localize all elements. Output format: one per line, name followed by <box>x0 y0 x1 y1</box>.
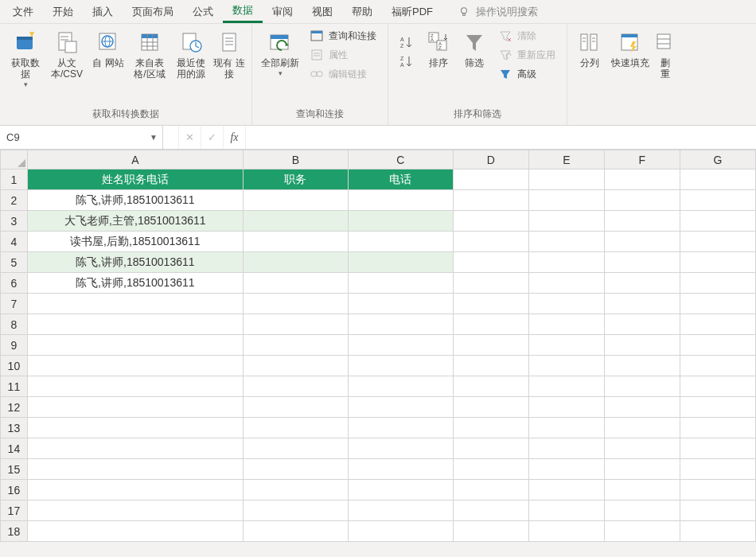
cell[interactable] <box>453 521 528 542</box>
cell[interactable] <box>528 459 604 480</box>
cell[interactable] <box>243 252 348 273</box>
cell[interactable] <box>528 501 604 521</box>
cell[interactable] <box>243 314 348 335</box>
text-to-columns-button[interactable]: 分列 <box>572 27 607 70</box>
row-header[interactable]: 9 <box>1 335 28 356</box>
cell[interactable] <box>604 521 680 542</box>
cell[interactable] <box>680 376 755 397</box>
cell[interactable] <box>680 438 755 459</box>
cell[interactable] <box>27 376 243 397</box>
cell[interactable] <box>27 335 243 356</box>
cell[interactable] <box>453 459 528 480</box>
cell[interactable] <box>453 356 528 376</box>
cell[interactable] <box>27 521 243 542</box>
cell[interactable] <box>528 335 604 356</box>
cell[interactable] <box>243 501 348 521</box>
cell[interactable] <box>528 521 604 542</box>
cell[interactable] <box>680 232 755 252</box>
cell[interactable] <box>528 169 604 190</box>
cell[interactable]: 姓名职务电话 <box>27 169 243 190</box>
cell[interactable] <box>348 314 453 335</box>
menu-home[interactable]: 开始 <box>43 2 83 22</box>
cell[interactable] <box>243 335 348 356</box>
cell[interactable] <box>243 480 348 501</box>
col-header-B[interactable]: B <box>243 150 348 169</box>
col-header-F[interactable]: F <box>604 150 680 169</box>
cell[interactable] <box>528 294 604 314</box>
formula-input[interactable] <box>246 126 756 149</box>
cell[interactable] <box>348 397 453 418</box>
cell[interactable] <box>243 356 348 376</box>
spreadsheet-grid[interactable]: A B C D E F G 1姓名职务电话职务电话2陈飞,讲师,18510013… <box>0 150 756 542</box>
cell[interactable] <box>453 438 528 459</box>
cell[interactable] <box>243 294 348 314</box>
row-header[interactable]: 6 <box>1 273 28 294</box>
cell[interactable] <box>27 501 243 521</box>
cell[interactable] <box>243 438 348 459</box>
col-header-C[interactable]: C <box>348 150 453 169</box>
cell[interactable] <box>604 211 680 232</box>
row-header[interactable]: 3 <box>1 211 28 232</box>
row-header[interactable]: 5 <box>1 252 28 273</box>
cell[interactable] <box>604 418 680 438</box>
from-text-csv-button[interactable]: 从文 本/CSV <box>46 27 88 81</box>
cell[interactable] <box>348 459 453 480</box>
cell[interactable] <box>680 169 755 190</box>
cell[interactable] <box>243 521 348 542</box>
row-header[interactable]: 4 <box>1 232 28 252</box>
name-box[interactable]: C9 ▼ <box>0 126 163 149</box>
cell[interactable] <box>604 169 680 190</box>
cell[interactable] <box>604 335 680 356</box>
cell[interactable] <box>453 252 528 273</box>
cell[interactable]: 陈飞,讲师,18510013611 <box>27 252 243 273</box>
cell[interactable]: 陈飞,讲师,18510013611 <box>27 273 243 294</box>
cell[interactable] <box>27 459 243 480</box>
cell[interactable] <box>680 294 755 314</box>
menu-view[interactable]: 视图 <box>302 2 342 22</box>
cell[interactable] <box>604 356 680 376</box>
cell[interactable] <box>453 190 528 211</box>
cell[interactable] <box>348 376 453 397</box>
cell[interactable] <box>528 252 604 273</box>
cell[interactable] <box>604 501 680 521</box>
cell[interactable] <box>680 273 755 294</box>
cell[interactable] <box>348 190 453 211</box>
cell[interactable] <box>27 294 243 314</box>
existing-connections-button[interactable]: 现有 连接 <box>212 27 247 81</box>
cell[interactable] <box>604 397 680 418</box>
row-header[interactable]: 12 <box>1 397 28 418</box>
col-header-G[interactable]: G <box>680 150 755 169</box>
cell[interactable] <box>453 397 528 418</box>
cell[interactable] <box>453 294 528 314</box>
cell[interactable] <box>348 501 453 521</box>
cell[interactable] <box>604 438 680 459</box>
cell[interactable] <box>453 335 528 356</box>
cell[interactable] <box>604 252 680 273</box>
cell[interactable] <box>528 480 604 501</box>
cell[interactable] <box>243 211 348 232</box>
cell[interactable]: 电话 <box>348 169 453 190</box>
cell[interactable]: 读书屋,后勤,18510013611 <box>27 232 243 252</box>
col-header-A[interactable]: A <box>27 150 243 169</box>
cell[interactable] <box>348 232 453 252</box>
cell[interactable] <box>348 438 453 459</box>
cell[interactable] <box>680 418 755 438</box>
cell[interactable] <box>348 252 453 273</box>
cell[interactable] <box>27 397 243 418</box>
cell[interactable] <box>243 418 348 438</box>
cell[interactable] <box>348 521 453 542</box>
tell-me-search[interactable]: 操作说明搜索 <box>458 5 538 19</box>
menu-data[interactable]: 数据 <box>223 0 263 23</box>
cell[interactable] <box>604 232 680 252</box>
row-header[interactable]: 7 <box>1 294 28 314</box>
cell[interactable] <box>680 190 755 211</box>
menu-insert[interactable]: 插入 <box>83 2 123 22</box>
from-table-range-button[interactable]: 来自表 格/区域 <box>129 27 170 81</box>
row-header[interactable]: 11 <box>1 376 28 397</box>
select-all-corner[interactable] <box>1 150 28 169</box>
cell[interactable] <box>680 501 755 521</box>
sort-desc-button[interactable]: ZA <box>396 53 417 70</box>
cell[interactable] <box>528 438 604 459</box>
col-header-D[interactable]: D <box>453 150 528 169</box>
cell[interactable] <box>680 397 755 418</box>
